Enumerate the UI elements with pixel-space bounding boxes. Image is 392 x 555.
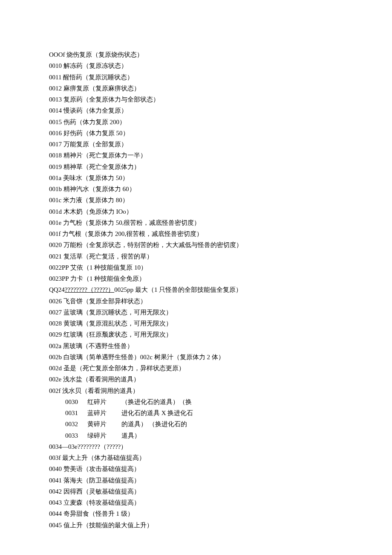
item-code: 0033 <box>49 430 87 441</box>
item-line: 002f 浅水贝（看看洞用的道具） <box>49 385 349 396</box>
item-line: 0022PP 艾依（1 种技能值复原 10） <box>49 262 349 273</box>
item-line: 0011 醒悟药（复原沉睡状态） <box>49 72 349 83</box>
item-line: 0016 好伤药（体力复原 50） <box>49 128 349 139</box>
item-line: QQ24????????（?????）0025pp 最大（1 只怪兽的全部技能值… <box>49 284 349 295</box>
item-name: 绿碎片 <box>87 430 121 441</box>
item-indented-row: 0032 黄碎片 的道具） （换进化石的 <box>49 418 349 430</box>
item-line: 001f 力气根（复原体力 200,很苦根，减底怪兽密切度） <box>49 228 349 239</box>
item-line: 0034—03e????????（?????） <box>49 441 349 452</box>
item-line: 0023PP 力卡（1 种技能值全免原） <box>49 273 349 284</box>
item-line: 0028 黄玻璃（复原混乱状态，可用无限次） <box>49 318 349 329</box>
document-page: OOOf 烧伤复原（复原烧伤状态） 0010 解冻药（复原冻状态） 0011 醒… <box>0 0 392 552</box>
item-indented-row: 0031 蓝碎片 进化石的道具 X 换进化石 <box>49 407 349 418</box>
item-name: 黄碎片 <box>87 418 121 430</box>
item-line: 001a 美味水（复原体力 50） <box>49 172 349 183</box>
item-line: 001c 米力液（复原体力 80） <box>49 195 349 206</box>
item-line: 0017 万能复原（全部复原） <box>49 139 349 150</box>
item-line: 002b 白玻璃（简单遇野生怪兽）002c 树果汁（复原体力 2 体） <box>49 352 349 363</box>
item-line: 0029 红玻璃（狂原颓废状态，可用无限次） <box>49 329 349 340</box>
item-line: 0019 精神草（死亡全复原体力） <box>49 161 349 172</box>
item-line: 002d 圣是（死亡复原全部体力，异样状态更原） <box>49 363 349 374</box>
item-line: OOOf 烧伤复原（复原烧伤状态） <box>49 49 349 60</box>
item-line: 001e 力气粉（复原体力 50,很苦粉，减底怪兽密切度） <box>49 217 349 228</box>
item-code: 0031 <box>49 407 87 418</box>
item-name: 蓝碎片 <box>87 407 121 418</box>
underlined-text: ????????（?????） <box>65 286 115 293</box>
item-code: QQ24 <box>49 286 65 293</box>
item-line: 0044 奇异甜食（怪兽升 1 级） <box>49 508 349 519</box>
item-desc: 道具） <box>121 430 349 441</box>
item-line: 0027 蓝玻璃（复原沉睡状态，可用无限次） <box>49 307 349 318</box>
item-line: 0014 慢谈药（体力全复原） <box>49 105 349 116</box>
item-line: 0010 解冻药（复原冻状态） <box>49 60 349 71</box>
item-text: 0025pp 最大（1 只怪兽的全部技能值全复原） <box>114 286 242 293</box>
item-line: 0026 飞音饼（复原全部异样状态） <box>49 296 349 307</box>
item-indented-row: 0030 红碎片 （换进化石的道具）（换 <box>49 396 349 407</box>
item-line: 0041 落海夫（防卫基础值提高） <box>49 475 349 486</box>
item-line: 0043 立麦森（特攻基础值提高） <box>49 497 349 508</box>
item-line: 0021 复活草（死亡复活，很苦的草） <box>49 251 349 262</box>
item-line: 0045 值上升（技能值的最大值上升） <box>49 520 349 531</box>
item-line: 002e 浅水盐（看看洞用的道具） <box>49 374 349 385</box>
item-line: 0018 精神片（死亡复原体力一半） <box>49 150 349 161</box>
item-line: 001d 木木奶（免原体力 IOo） <box>49 206 349 217</box>
item-line: 001b 精神汽水（复原体力 60） <box>49 183 349 195</box>
item-code: 0032 <box>49 418 87 430</box>
item-line: 0042 因得西（灵敏基础值提高） <box>49 486 349 497</box>
item-line: 0020 万能粉（全复原状态，特别苦的粉，大大减低与怪兽的密切度） <box>49 239 349 250</box>
item-line: 0012 麻痹复原（复原麻痹状态） <box>49 83 349 94</box>
item-desc: 的道具） （换进化石的 <box>121 418 349 430</box>
item-line: 002a 黑玻璃（不遇野生怪兽） <box>49 340 349 352</box>
item-name: 红碎片 <box>87 396 121 407</box>
item-line: 0040 赞美语（攻击基础值提高） <box>49 463 349 474</box>
item-line: 0015 伤药（体力复原 200） <box>49 116 349 128</box>
item-indented-row: 0033 绿碎片 道具） <box>49 430 349 441</box>
item-code: 0030 <box>49 396 87 407</box>
item-desc: 进化石的道具 X 换进化石 <box>121 407 349 418</box>
item-line: 003f 最大上升（体力基础值提高） <box>49 452 349 463</box>
item-desc: （换进化石的道具）（换 <box>121 396 349 407</box>
item-line: 0013 复原药（全复原体力与全部状态） <box>49 94 349 105</box>
